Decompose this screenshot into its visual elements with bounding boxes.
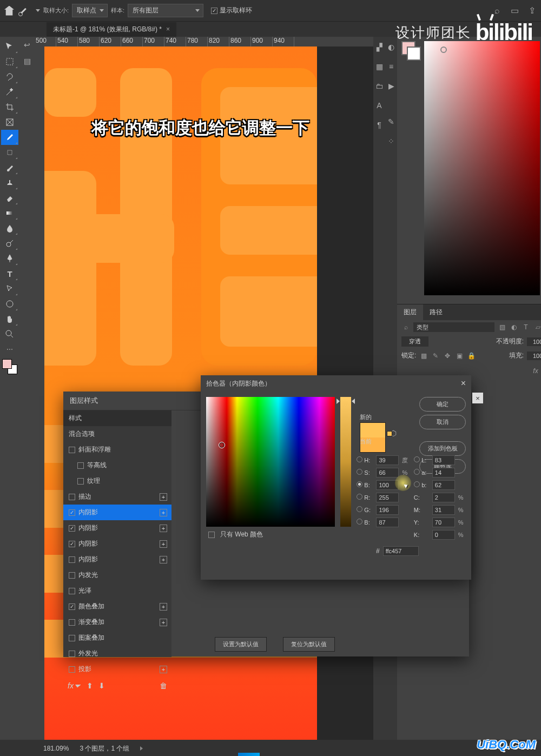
effect-item[interactable]: 内发光 [63,567,171,583]
workspace-icon[interactable]: ▭ [510,6,519,16]
blur-tool[interactable] [1,221,18,236]
lab-b-input[interactable] [432,480,455,490]
h-radio[interactable] [357,456,362,462]
effect-checkbox[interactable] [69,509,75,516]
effect-item[interactable]: 混合选项 [63,426,171,442]
swatches-icon[interactable]: ▦ [373,61,385,72]
add-effect-icon[interactable]: + [160,525,167,532]
fx-icon[interactable]: fx [531,367,540,375]
close-tab-icon[interactable]: × [166,25,170,33]
move-down-icon[interactable]: ⬇ [98,681,105,690]
blend-mode-select[interactable]: 穿透 [401,336,428,347]
effect-item[interactable]: 斜面和浮雕 [63,442,171,457]
r-input[interactable] [376,493,399,502]
blue-radio[interactable] [357,519,362,525]
effect-item[interactable]: 内阴影+ [63,505,171,520]
filter-type-icon[interactable]: T [522,323,530,331]
brush-tool[interactable] [1,160,18,175]
effect-checkbox[interactable] [69,494,75,500]
filter-adjust-icon[interactable]: ◐ [510,323,518,331]
layer-filter-type[interactable] [413,322,494,332]
ruler-horizontal[interactable]: 500540580620660700740780820860900940 [35,37,373,47]
lock-all-icon[interactable]: 🔒 [467,352,476,360]
dodge-tool[interactable] [1,236,18,251]
gradient-tool[interactable] [1,205,18,221]
add-effect-icon[interactable]: + [160,619,167,626]
effect-item[interactable]: 纹理 [63,473,171,489]
layers-tab[interactable]: 图层 [397,304,423,320]
add-effect-icon[interactable]: + [160,509,167,516]
effect-item[interactable]: 投影+ [63,661,171,677]
b-radio[interactable] [357,481,362,487]
l-radio[interactable] [414,456,420,462]
r-radio[interactable] [357,494,362,500]
effect-item[interactable]: 等高线 [63,457,171,473]
trash-icon[interactable]: 🗑 [160,681,167,690]
document-tab[interactable]: 未标题-1 @ 181% (效果组, RGB/8#) * × [47,22,176,37]
m-input[interactable] [432,505,455,515]
reset-default-button[interactable]: 复位为默认值 [283,637,335,652]
add-effect-icon[interactable]: + [160,540,167,548]
fill-input[interactable]: 100% [527,352,541,360]
brushes-icon[interactable]: ⁘ [385,135,397,147]
g-radio[interactable] [357,506,362,512]
paths-tab[interactable]: 路径 [423,304,449,320]
effect-checkbox[interactable] [69,635,75,641]
sample-layers-select[interactable]: 所有图层 [128,4,203,17]
eyedropper-tool[interactable] [1,130,18,145]
home-icon[interactable] [4,6,14,16]
effect-item[interactable]: 内阴影+ [63,536,171,552]
share-icon[interactable]: ⇪ [527,6,537,16]
hand-tool[interactable] [1,311,18,327]
effect-item[interactable]: 外发光 [63,646,171,661]
lab-b-radio[interactable] [414,481,420,487]
eyedropper-icon[interactable] [19,6,28,15]
lock-artboard-icon[interactable]: ▣ [455,352,464,360]
tool-preset-chevron-icon[interactable] [36,9,40,12]
brush-settings-icon[interactable]: ✎ [385,116,397,128]
close-icon[interactable]: × [461,379,466,388]
marquee-tool[interactable] [1,54,18,69]
k-input[interactable] [432,530,455,540]
libraries-icon[interactable]: 🗀 [373,80,385,92]
blue-input[interactable] [376,518,399,527]
add-effect-icon[interactable]: + [160,603,167,611]
filter-shape-icon[interactable]: ▱ [533,323,541,331]
effect-checkbox[interactable] [69,556,75,563]
type-tool[interactable]: T [1,266,18,281]
sample-size-select[interactable]: 取样点 [72,4,108,17]
add-effect-icon[interactable]: + [160,556,167,563]
color-field[interactable] [206,397,335,527]
layer-style-close-icon[interactable]: × [472,393,483,403]
s-radio[interactable] [357,469,362,475]
effect-checkbox[interactable] [69,541,75,547]
effect-item[interactable]: 颜色叠加+ [63,599,171,614]
lock-transparent-icon[interactable]: ▩ [419,352,428,360]
histogram-icon[interactable]: ▞ [373,41,385,53]
ruler-vertical[interactable] [35,47,44,740]
fx-menu-icon[interactable]: fx⏷ [68,681,81,690]
magic-wand-tool[interactable] [1,84,18,100]
a-input[interactable] [432,468,455,478]
effect-item[interactable]: 描边+ [63,489,171,505]
crop-tool[interactable] [1,100,18,115]
c-input[interactable] [432,493,455,502]
effect-checkbox[interactable] [77,478,84,485]
panel-icon[interactable]: ▤ [22,56,32,66]
pen-tool[interactable] [1,251,18,266]
filter-image-icon[interactable]: ▧ [498,323,506,331]
effect-checkbox[interactable] [69,604,75,610]
actions-icon[interactable]: ▶ [385,80,397,92]
effect-item[interactable]: 图案叠加 [63,630,171,646]
add-effect-icon[interactable]: + [160,493,167,501]
edit-toolbar-icon[interactable]: ⋯ [1,342,18,357]
move-up-icon[interactable]: ⬆ [87,681,93,690]
ellipse-tool[interactable] [1,296,18,311]
effect-checkbox[interactable] [69,525,75,532]
spot-healing-tool[interactable] [1,145,18,160]
gamut-swatch[interactable] [387,431,392,436]
hex-input[interactable] [383,546,419,556]
color-field[interactable] [424,41,540,295]
effect-checkbox[interactable] [69,447,75,453]
lock-paint-icon[interactable]: ✎ [431,352,440,360]
